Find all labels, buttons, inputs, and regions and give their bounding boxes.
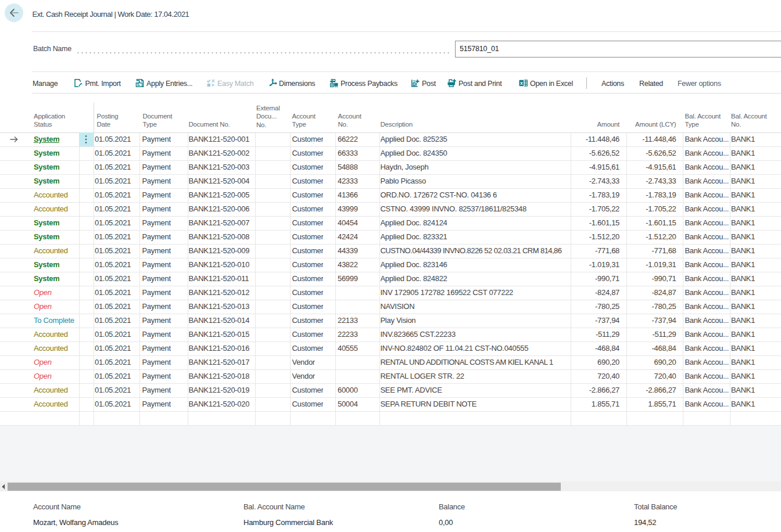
svg-text:x: x <box>520 80 523 86</box>
